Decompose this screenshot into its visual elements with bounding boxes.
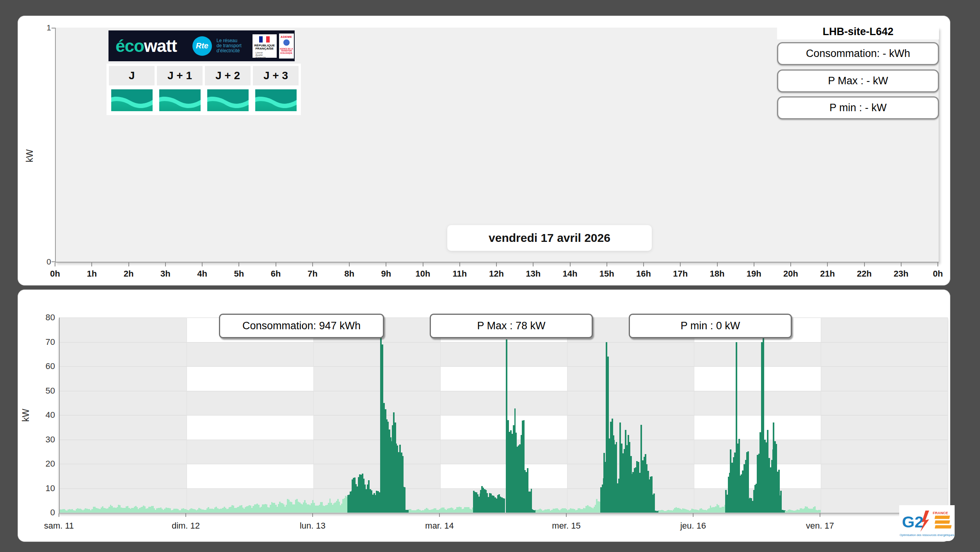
rte-baseline-text: Le réseau de transport d'électricité [217, 38, 251, 53]
week-y-tick-label: 60 [34, 361, 55, 371]
y-axis-title: kW [25, 149, 35, 162]
gridline-horizontal [60, 513, 948, 513]
ecowatt-wordmark: écowatt [116, 37, 177, 55]
hour-tick [790, 263, 791, 266]
week-y-tick-label: 80 [34, 312, 55, 323]
week-y-axis-title: kW [21, 409, 31, 422]
gridline-vertical [948, 318, 948, 513]
hour-tick [349, 263, 350, 266]
francaise-text: FRANÇAISE [253, 47, 277, 51]
hour-tick [680, 263, 681, 266]
hour-tick-label: 12h [483, 269, 510, 279]
french-flag-icon [259, 36, 270, 43]
hour-tick [55, 263, 55, 266]
day-tick [820, 513, 820, 517]
hour-tick [570, 263, 571, 266]
day-tick-label: dim. 12 [160, 521, 211, 531]
devise-line: Fraternité [256, 56, 277, 59]
g2e-e-stripes [932, 516, 953, 529]
tab-day-j[interactable]: J [109, 66, 155, 85]
hour-tick [128, 263, 129, 266]
day-tick-label: mar. 14 [414, 521, 465, 531]
ecowatt-logo: écowatt Rte Le réseau de transport d'éle… [108, 30, 295, 61]
ademe-globe-icon [283, 39, 290, 46]
hour-tick-label: 5h [225, 269, 253, 279]
ademe-subtitle: TRANSITION [279, 50, 294, 52]
y-axis-min-label: 0 [30, 257, 51, 266]
ecowatt-green-signal-icon [159, 89, 201, 111]
hour-tick-label: 23h [888, 269, 915, 279]
ecowatt-green-signal-icon [111, 89, 153, 111]
ecowatt-signal-swatch-2[interactable] [205, 88, 251, 113]
week-pmin-box: P min : 0 kW [629, 314, 792, 338]
hour-tick [202, 263, 203, 266]
week-y-tick-label: 30 [34, 435, 55, 445]
hour-tick [827, 263, 828, 266]
ademe-subtitle: ÉCOLOGIQUE [279, 52, 294, 55]
hour-tick-label: 13h [519, 269, 547, 279]
ecowatt-green-signal-icon [255, 89, 297, 111]
tab-day-j-plus-1[interactable]: J + 1 [157, 66, 203, 85]
hour-tick [165, 263, 166, 266]
hour-tick-label: 9h [372, 269, 400, 279]
day-pmax-box: P Max : - kW [777, 69, 939, 92]
week-consumption-box: Consommation: 947 kWh [219, 314, 384, 338]
week-y-tick-label: 70 [34, 337, 55, 347]
day-forecast-panel: écowatt Rte Le réseau de transport d'éle… [18, 16, 950, 286]
ecowatt-signal-swatch-3[interactable] [253, 88, 299, 113]
hour-tick [864, 263, 865, 266]
hour-tick-label: 15h [593, 269, 621, 279]
hour-tick [533, 263, 534, 266]
hour-tick [91, 263, 92, 266]
ecowatt-energy-dashboard: écowatt Rte Le réseau de transport d'éle… [0, 0, 980, 552]
day-selector-tabs: JJ + 1J + 2J + 3 [107, 64, 301, 115]
hour-tick [901, 263, 902, 266]
selected-date-label: vendredi 17 avril 2026 [447, 225, 652, 251]
ecowatt-wordmark-watt: watt [144, 36, 177, 55]
week-chart-plot [59, 318, 948, 513]
day-tick-label: mer. 15 [541, 521, 592, 531]
hour-tick-label: 10h [409, 269, 437, 279]
y-axis-tick [52, 261, 55, 262]
hour-tick [459, 263, 460, 266]
hour-tick-label: 0h [41, 269, 69, 279]
hour-tick [937, 263, 938, 266]
week-history-panel: Consommation: 947 kWh P Max : 78 kW P mi… [18, 289, 950, 542]
day-tick [439, 513, 440, 517]
day-tick-label: sam. 11 [34, 521, 84, 531]
y-axis-tick [52, 28, 55, 28]
day-tick-label: lun. 13 [287, 521, 338, 531]
week-y-tick-label: 50 [34, 386, 55, 396]
day-pmin-box: P min : - kW [777, 96, 939, 119]
g2e-france-text: FRANCE [933, 511, 948, 515]
republique-francaise-logo: RÉPUBLIQUE FRANÇAISE Liberté Égalité Fra… [253, 34, 277, 58]
week-y-tick-label: 10 [34, 483, 55, 493]
day-tick-label: ven. 17 [795, 521, 845, 531]
hour-tick-label: 11h [446, 269, 473, 279]
y-axis-max-label: 1 [30, 23, 51, 32]
hour-tick-label: 14h [557, 269, 584, 279]
day-tick-label: jeu. 16 [668, 521, 719, 531]
ecowatt-signal-swatch-0[interactable] [109, 88, 155, 113]
power-bars-series[interactable] [60, 318, 948, 513]
hour-tick [754, 263, 754, 266]
ecowatt-wordmark-eco: éco [116, 36, 144, 55]
day-tick [59, 513, 59, 517]
week-y-tick-label: 20 [34, 459, 55, 469]
hour-tick [238, 263, 239, 266]
week-y-tick-label: 0 [34, 508, 55, 518]
hour-tick-label: 4h [189, 269, 216, 279]
tab-day-j-plus-2[interactable]: J + 2 [205, 66, 251, 85]
hour-tick-label: 18h [704, 269, 731, 279]
hour-tick-label: 16h [630, 269, 657, 279]
hour-tick-label: 2h [115, 269, 142, 279]
ecowatt-signal-swatch-1[interactable] [157, 88, 203, 113]
g2e-g2-text: G2 [902, 513, 923, 531]
g2e-france-logo: G2 FRANCE Optimisation des ressources én… [899, 505, 955, 541]
hour-tick-label: 8h [336, 269, 363, 279]
tab-day-j-plus-3[interactable]: J + 3 [253, 66, 299, 85]
hour-tick [496, 263, 497, 266]
hour-tick-label: 17h [667, 269, 694, 279]
day-tick [185, 513, 186, 517]
ademe-logo: ADEME AGENCE DE LA TRANSITION ÉCOLOGIQUE [279, 34, 294, 59]
